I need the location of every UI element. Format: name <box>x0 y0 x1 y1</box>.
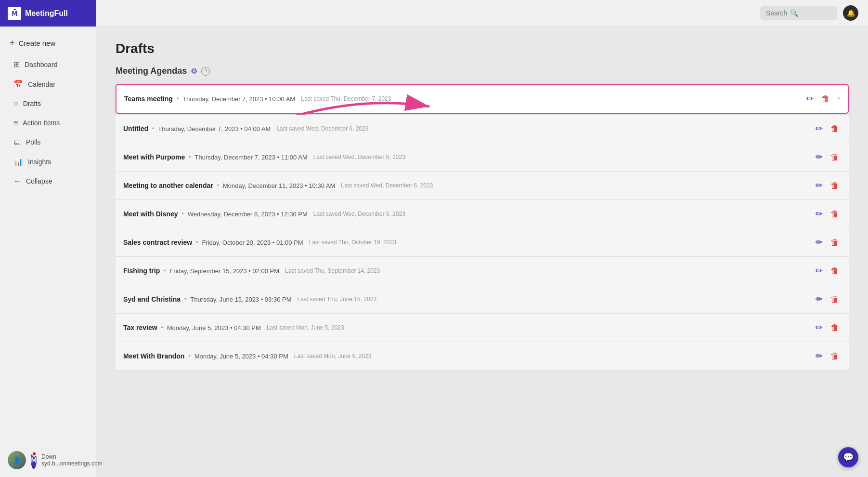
delete-button[interactable]: 🗑 <box>829 207 841 221</box>
edit-button[interactable]: ✏ <box>814 349 825 363</box>
meeting-row[interactable]: Meet With Brandon • Monday, June 5, 2023… <box>116 342 849 371</box>
delete-button[interactable]: 🗑 <box>829 179 841 193</box>
filter-icon[interactable]: ⚙ <box>191 66 197 76</box>
sidebar-item-drafts[interactable]: ○ Drafts <box>4 94 92 113</box>
search-placeholder: Search <box>766 9 787 17</box>
meeting-actions: ✏ 🗑 <box>814 349 841 363</box>
meetingfull-badge[interactable]: M̃ <box>31 451 37 469</box>
calendar-icon: 📅 <box>13 80 23 89</box>
meeting-saved: Last saved Thu, September 14, 2023 <box>285 267 380 274</box>
insights-label: Insights <box>28 158 51 166</box>
meeting-dot: • <box>177 95 179 102</box>
meeting-date: Thursday, December 7, 2023 • 04:00 AM <box>158 125 271 132</box>
meeting-saved: Last saved Wed, December 6, 2023 <box>313 211 405 217</box>
meeting-info: Fishing trip • Friday, September 15, 202… <box>123 267 814 275</box>
meeting-row[interactable]: Sales contract review • Friday, October … <box>116 228 849 257</box>
meeting-info: Meeting to another calendar • Monday, De… <box>123 182 814 189</box>
user-info: Down syd.b...onmeetings.com <box>41 453 103 467</box>
notification-button[interactable]: 🔔 <box>843 5 858 21</box>
edit-button[interactable]: ✏ <box>814 292 825 306</box>
meeting-row[interactable]: Meeting to another calendar • Monday, De… <box>116 172 849 200</box>
meeting-saved: Last saved Wed, December 6, 2023 <box>313 154 405 160</box>
delete-button[interactable]: 🗑 <box>829 292 841 306</box>
search-bar[interactable]: Search 🔍 <box>760 6 837 20</box>
meeting-name: Meet with Purpome <box>123 153 185 161</box>
meeting-dot: • <box>196 239 198 246</box>
meeting-row[interactable]: Syd and Christina • Thursday, June 15, 2… <box>116 285 849 314</box>
action-items-label: Action Items <box>23 119 60 127</box>
meeting-date: Thursday, December 7, 2023 • 11:00 AM <box>195 154 308 161</box>
meeting-date: Monday, June 5, 2023 • 04:30 PM <box>194 353 288 360</box>
dashboard-label: Dashboard <box>25 61 58 68</box>
meeting-row[interactable]: Meet with Purpome • Thursday, December 7… <box>116 143 849 172</box>
delete-button[interactable]: 🗑 <box>829 349 841 363</box>
sidebar-item-collapse[interactable]: ← Collapse <box>4 172 92 190</box>
meeting-info: Teams meeting • Thursday, December 7, 20… <box>124 95 804 103</box>
avatar-image: 👤 <box>8 451 26 469</box>
sidebar: M̃ MeetingFull + Create new ⊞ Dashboard … <box>0 0 96 477</box>
edit-button[interactable]: ✏ <box>814 150 825 164</box>
sidebar-header: M̃ MeetingFull <box>0 0 96 26</box>
meeting-row[interactable]: Fishing trip • Friday, September 15, 202… <box>116 257 849 285</box>
edit-button[interactable]: ✏ <box>814 320 825 335</box>
edit-button[interactable]: ✏ <box>814 235 825 250</box>
polls-icon: 🗂 <box>13 138 21 146</box>
plus-icon: + <box>10 38 15 48</box>
meeting-saved: Last saved Wed, December 6, 2023 <box>341 182 433 189</box>
edit-button[interactable]: ✏ <box>814 207 825 221</box>
sidebar-item-action-items[interactable]: ≡ Action Items <box>4 114 92 132</box>
user-email: syd.b...onmeetings.com <box>41 460 103 467</box>
delete-button[interactable]: 🗑 <box>829 264 841 278</box>
section-title: Meeting Agendas <box>116 66 187 76</box>
meeting-name: Syd and Christina <box>123 295 181 303</box>
question-mark: ? <box>837 95 840 103</box>
sidebar-item-polls[interactable]: 🗂 Polls <box>4 133 92 151</box>
meeting-dot: • <box>184 296 186 303</box>
meeting-info: Meet with Disney • Wednesday, December 6… <box>123 210 814 218</box>
meeting-actions: ✏ 🗑 ? <box>804 92 840 106</box>
meeting-dot: • <box>152 125 154 132</box>
meeting-actions: ✏ 🗑 <box>814 121 841 136</box>
create-new-button[interactable]: + Create new <box>0 32 96 54</box>
meeting-info: Tax review • Monday, June 5, 2023 • 04:3… <box>123 324 814 331</box>
topbar: Search 🔍 🔔 <box>96 0 868 26</box>
meeting-name: Meet With Brandon <box>123 352 184 360</box>
delete-button[interactable]: 🗑 <box>819 92 832 106</box>
chat-button[interactable]: 💬 <box>838 447 858 467</box>
meeting-saved: Last saved Thu, December 7, 2023 <box>301 95 391 102</box>
avatar[interactable]: 👤 <box>8 451 26 469</box>
meeting-date: Monday, June 5, 2023 • 04:30 PM <box>167 324 261 331</box>
sidebar-item-calendar[interactable]: 📅 Calendar <box>4 75 92 93</box>
delete-button[interactable]: 🗑 <box>829 321 841 335</box>
content-area: Drafts Meeting Agendas ⚙ ? Teams meeting… <box>96 26 868 477</box>
delete-button[interactable]: 🗑 <box>829 122 841 136</box>
meeting-row[interactable]: Meet with Disney • Wednesday, December 6… <box>116 200 849 228</box>
meeting-list: Teams meeting • Thursday, December 7, 20… <box>116 84 849 371</box>
sidebar-item-insights[interactable]: 📊 Insights <box>4 152 92 171</box>
page-title: Drafts <box>116 41 849 56</box>
edit-button[interactable]: ✏ <box>814 178 825 193</box>
meeting-info: Meet with Purpome • Thursday, December 7… <box>123 153 814 161</box>
meeting-name: Tax review <box>123 324 157 331</box>
edit-button[interactable]: ✏ <box>814 121 825 136</box>
edit-button[interactable]: ✏ <box>814 264 825 278</box>
delete-button[interactable]: 🗑 <box>829 150 841 164</box>
delete-button[interactable]: 🗑 <box>829 236 841 250</box>
meeting-date: Thursday, December 7, 2023 • 10:00 AM <box>182 95 295 103</box>
edit-button[interactable]: ✏ <box>804 92 816 106</box>
badge-notification-dot <box>32 451 37 456</box>
collapse-icon: ← <box>13 177 21 186</box>
meeting-row[interactable]: Teams meeting • Thursday, December 7, 20… <box>116 84 849 114</box>
meeting-saved: Last saved Mon, June 5, 2023 <box>294 353 372 359</box>
meeting-row[interactable]: Untitled • Thursday, December 7, 2023 • … <box>116 115 849 143</box>
meeting-info: Untitled • Thursday, December 7, 2023 • … <box>123 125 814 132</box>
sidebar-item-dashboard[interactable]: ⊞ Dashboard <box>4 55 92 74</box>
meeting-info: Meet With Brandon • Monday, June 5, 2023… <box>123 352 814 360</box>
logo-icon: M̃ <box>8 7 21 20</box>
meeting-date: Wednesday, December 6, 2023 • 12:30 PM <box>188 211 308 218</box>
meeting-row[interactable]: Tax review • Monday, June 5, 2023 • 04:3… <box>116 314 849 342</box>
help-icon[interactable]: ? <box>201 67 210 76</box>
meeting-name: Sales contract review <box>123 238 192 246</box>
meeting-name: Meet with Disney <box>123 210 178 218</box>
meeting-dot: • <box>182 211 184 217</box>
